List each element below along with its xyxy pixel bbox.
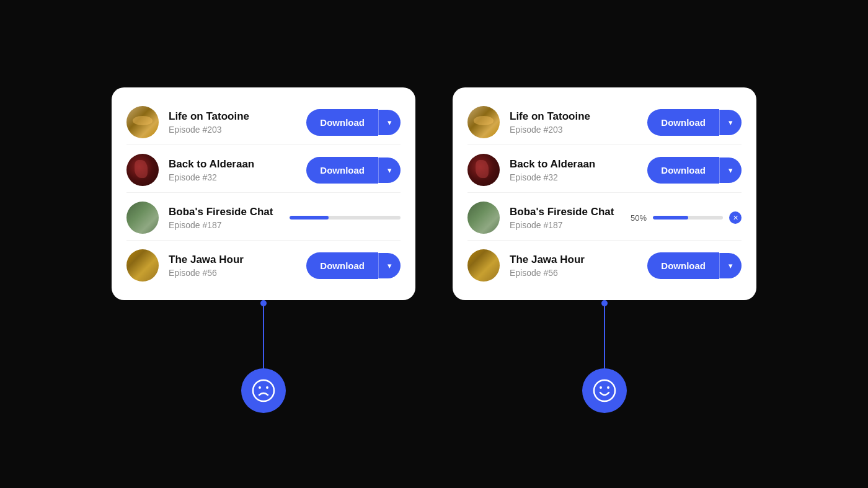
download-btn-group: Download▾ (306, 252, 401, 279)
episode-number: Episode #32 (169, 172, 296, 182)
download-chevron-button[interactable]: ▾ (378, 157, 401, 183)
download-button[interactable]: Download (647, 109, 719, 136)
panel-wrapper-panel-left: Life on TatooineEpisode #203Download▾Bac… (112, 87, 415, 413)
progress-bar-fill (290, 216, 329, 220)
download-button[interactable]: Download (306, 157, 378, 184)
progress-bar-track (653, 216, 723, 220)
download-chevron-button[interactable]: ▾ (378, 253, 401, 278)
card-panel-left: Life on TatooineEpisode #203Download▾Bac… (112, 87, 415, 300)
progress-cancel-button[interactable]: ✕ (729, 211, 742, 224)
progress-label: 50% (631, 213, 647, 223)
avatar-alderaan (467, 154, 500, 186)
svg-point-0 (253, 380, 274, 401)
download-button[interactable]: Download (306, 252, 378, 279)
avatar-jawa (126, 249, 159, 282)
episode-number: Episode #187 (169, 220, 280, 230)
connector-dot (601, 300, 608, 306)
connector (582, 300, 627, 413)
episode-row: The Jawa HourEpisode #56Download▾ (126, 243, 401, 288)
avatar-boba (126, 202, 159, 234)
episode-title: Back to Alderaan (510, 157, 637, 171)
episode-info: The Jawa HourEpisode #56 (169, 253, 296, 278)
download-button[interactable]: Download (647, 252, 719, 279)
page-container: Life on TatooineEpisode #203Download▾Bac… (112, 75, 756, 413)
progress-bar-fill (653, 216, 688, 220)
avatar-alderaan (126, 154, 159, 186)
episode-title: The Jawa Hour (169, 253, 296, 267)
download-button[interactable]: Download (306, 109, 378, 136)
svg-point-2 (266, 386, 268, 389)
progress-bar-track (290, 216, 401, 220)
episode-title: Back to Alderaan (169, 157, 296, 171)
episode-title: Boba's Fireside Chat (510, 205, 621, 219)
avatar-boba (467, 202, 500, 234)
svg-point-3 (594, 380, 615, 401)
episode-title: Life on Tatooine (510, 110, 637, 123)
episode-row: The Jawa HourEpisode #56Download▾ (467, 243, 742, 288)
download-btn-group: Download▾ (647, 157, 742, 184)
episode-row: Boba's Fireside ChatEpisode #18750%✕ (467, 195, 742, 241)
episode-title: Boba's Fireside Chat (169, 205, 280, 219)
episode-title: Life on Tatooine (169, 110, 296, 123)
episode-row: Life on TatooineEpisode #203Download▾ (467, 100, 742, 145)
emoji-sad (241, 368, 286, 413)
episode-title: The Jawa Hour (510, 253, 637, 267)
download-chevron-button[interactable]: ▾ (719, 253, 742, 278)
episode-info: Back to AlderaanEpisode #32 (169, 157, 296, 182)
avatar-jawa (467, 249, 500, 282)
svg-point-4 (600, 386, 602, 389)
avatar-tatooine (126, 106, 159, 138)
episode-info: Boba's Fireside ChatEpisode #187 (510, 205, 621, 230)
download-btn-group: Download▾ (647, 109, 742, 136)
panel-wrapper-panel-right: Life on TatooineEpisode #203Download▾Bac… (453, 87, 756, 413)
download-button[interactable]: Download (647, 157, 719, 184)
episode-number: Episode #56 (510, 268, 637, 278)
download-btn-group: Download▾ (306, 157, 401, 184)
episode-number: Episode #56 (169, 268, 296, 278)
svg-point-1 (259, 386, 261, 389)
connector-dot (260, 300, 267, 306)
svg-point-5 (607, 386, 609, 389)
episode-info: Boba's Fireside ChatEpisode #187 (169, 205, 280, 230)
episode-number: Episode #203 (169, 125, 296, 135)
episode-info: Life on TatooineEpisode #203 (169, 110, 296, 135)
episode-number: Episode #32 (510, 172, 637, 182)
episode-info: Life on TatooineEpisode #203 (510, 110, 637, 135)
download-chevron-button[interactable]: ▾ (719, 157, 742, 183)
connector (241, 300, 286, 413)
episode-info: Back to AlderaanEpisode #32 (510, 157, 637, 182)
episode-number: Episode #187 (510, 220, 621, 230)
episode-info: The Jawa HourEpisode #56 (510, 253, 637, 278)
episode-number: Episode #203 (510, 125, 637, 135)
progress-container: 50%✕ (631, 211, 742, 224)
episode-row: Life on TatooineEpisode #203Download▾ (126, 100, 401, 145)
progress-container (290, 216, 401, 220)
avatar-tatooine (467, 106, 500, 138)
connector-line (263, 306, 264, 368)
episode-row: Back to AlderaanEpisode #32Download▾ (467, 148, 742, 193)
emoji-happy (582, 368, 627, 413)
download-btn-group: Download▾ (647, 252, 742, 279)
card-panel-right: Life on TatooineEpisode #203Download▾Bac… (453, 87, 756, 300)
download-btn-group: Download▾ (306, 109, 401, 136)
episode-row: Back to AlderaanEpisode #32Download▾ (126, 148, 401, 193)
download-chevron-button[interactable]: ▾ (378, 110, 401, 135)
connector-line (604, 306, 605, 368)
download-chevron-button[interactable]: ▾ (719, 110, 742, 135)
episode-row: Boba's Fireside ChatEpisode #187 (126, 195, 401, 241)
